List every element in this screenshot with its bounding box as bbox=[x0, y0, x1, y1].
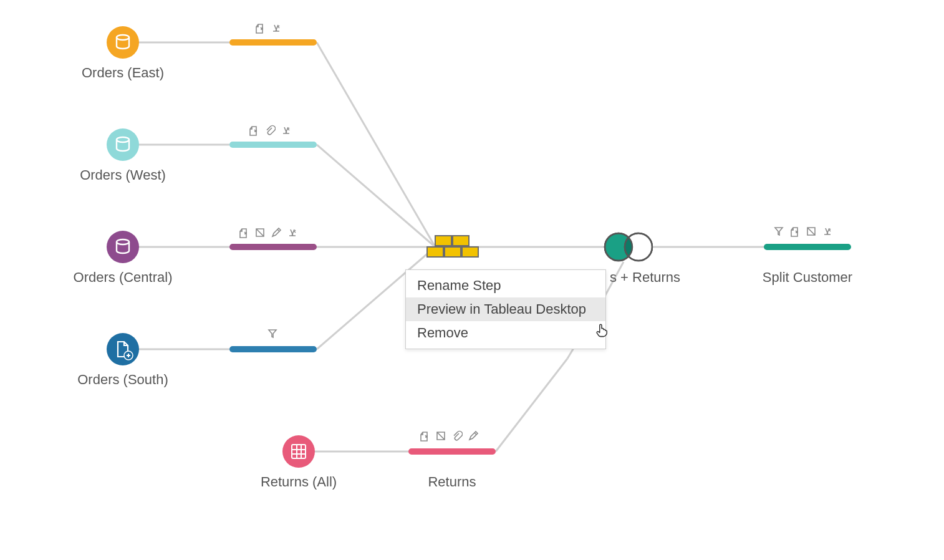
svg-point-14 bbox=[107, 26, 139, 59]
menu-rename[interactable]: Rename Step bbox=[406, 274, 605, 297]
filter-icon bbox=[773, 226, 784, 237]
node-join[interactable] bbox=[605, 233, 652, 261]
svg-rect-26 bbox=[427, 247, 443, 257]
attach-icon bbox=[451, 430, 463, 442]
export-icon bbox=[238, 227, 249, 238]
changes-clean-west bbox=[248, 125, 292, 136]
changes-clean-central bbox=[238, 227, 298, 238]
label-split-customer: Split Customer bbox=[739, 269, 876, 286]
label-orders-south: Orders (South) bbox=[54, 372, 191, 388]
node-orders-south[interactable] bbox=[107, 333, 139, 365]
remove-col-icon bbox=[254, 227, 266, 238]
remove-col-icon bbox=[806, 226, 817, 237]
export-icon bbox=[419, 430, 430, 442]
label-orders-west: Orders (West) bbox=[54, 167, 191, 183]
node-returns-all[interactable] bbox=[282, 435, 315, 468]
filter-icon bbox=[267, 328, 278, 339]
remove-col-icon bbox=[435, 430, 446, 442]
node-orders-east[interactable] bbox=[107, 26, 139, 59]
svg-rect-24 bbox=[435, 236, 451, 246]
edit-icon bbox=[271, 227, 282, 238]
node-orders-central[interactable] bbox=[107, 231, 139, 263]
export-icon bbox=[789, 226, 801, 237]
context-menu: Rename Step Preview in Tableau Desktop R… bbox=[405, 269, 606, 349]
changes-returns-clean bbox=[419, 430, 479, 442]
clean-step-returns[interactable] bbox=[408, 448, 496, 455]
label-orders-central: Orders (Central) bbox=[54, 269, 191, 286]
retype-icon bbox=[287, 227, 298, 238]
menu-preview[interactable]: Preview in Tableau Desktop bbox=[406, 297, 605, 321]
clean-step-south[interactable] bbox=[229, 346, 317, 352]
clean-step-central[interactable] bbox=[229, 244, 317, 250]
export-icon bbox=[254, 22, 266, 34]
changes-split-customer bbox=[773, 226, 833, 237]
svg-rect-27 bbox=[445, 247, 461, 257]
svg-rect-28 bbox=[462, 247, 478, 257]
svg-point-18 bbox=[107, 231, 139, 263]
retype-icon bbox=[281, 125, 292, 136]
svg-line-4 bbox=[317, 42, 435, 247]
svg-point-16 bbox=[107, 128, 139, 161]
node-orders-west[interactable] bbox=[107, 128, 139, 161]
label-returns-clean: Returns bbox=[383, 474, 521, 490]
clean-step-split[interactable] bbox=[764, 244, 851, 250]
clean-step-west[interactable] bbox=[229, 142, 317, 148]
attach-icon bbox=[264, 125, 276, 136]
export-icon bbox=[248, 125, 259, 136]
menu-remove[interactable]: Remove bbox=[406, 321, 605, 345]
retype-icon bbox=[822, 226, 833, 237]
svg-line-5 bbox=[317, 145, 435, 247]
svg-point-20 bbox=[107, 333, 139, 365]
node-union[interactable] bbox=[427, 236, 478, 257]
changes-clean-east bbox=[254, 22, 282, 34]
svg-line-11 bbox=[496, 359, 567, 451]
svg-rect-25 bbox=[453, 236, 469, 246]
label-join: s + Returns bbox=[610, 269, 747, 286]
label-orders-east: Orders (East) bbox=[54, 65, 191, 81]
changes-clean-south bbox=[267, 328, 278, 339]
clean-step-east[interactable] bbox=[229, 39, 317, 46]
label-returns-all: Returns (All) bbox=[230, 474, 367, 490]
retype-icon bbox=[271, 22, 282, 34]
edit-icon bbox=[468, 430, 479, 442]
svg-point-22 bbox=[282, 435, 315, 468]
